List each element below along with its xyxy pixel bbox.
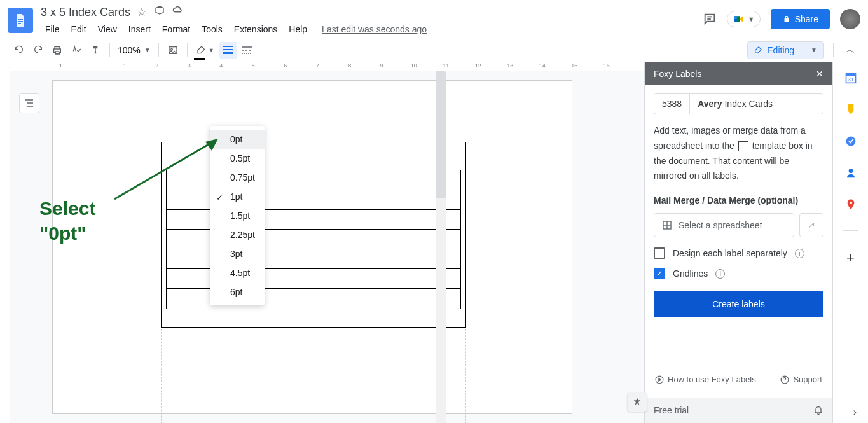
svg-line-17: [114, 142, 213, 199]
zoom-selector[interactable]: 100%▼: [115, 45, 153, 55]
dropdown-option-1-5pt[interactable]: 1.5pt: [210, 206, 265, 225]
svg-point-7: [170, 48, 172, 50]
comments-icon[interactable]: [703, 12, 717, 26]
page-margin-guide: [161, 329, 466, 423]
insert-image-button[interactable]: [164, 42, 182, 59]
add-addons-button[interactable]: +: [846, 250, 855, 267]
last-edit-link[interactable]: Last edit was seconds ago: [322, 24, 427, 34]
outline-button[interactable]: [19, 93, 39, 113]
menu-tools[interactable]: Tools: [197, 22, 227, 37]
dropdown-option-6pt[interactable]: 6pt: [210, 282, 265, 302]
collapse-toolbar-button[interactable]: ︿: [843, 41, 858, 59]
menu-edit[interactable]: Edit: [67, 22, 91, 37]
redo-button[interactable]: [29, 42, 47, 59]
howto-link[interactable]: How to use Foxy Labels: [655, 375, 756, 384]
mail-merge-heading: Mail Merge / Data Merge (optional): [654, 195, 823, 205]
border-width-button[interactable]: [219, 42, 237, 59]
cloud-status-icon[interactable]: [172, 5, 184, 19]
svg-rect-26: [846, 73, 855, 76]
design-separately-label: Design each label separately: [673, 248, 787, 258]
menu-insert[interactable]: Insert: [124, 22, 155, 37]
template-box-icon: [738, 141, 748, 151]
side-rail: 31 +: [832, 62, 868, 423]
user-avatar[interactable]: [840, 9, 860, 29]
document-page[interactable]: [52, 80, 572, 414]
move-icon[interactable]: [155, 5, 165, 19]
svg-point-29: [848, 169, 853, 173]
collapse-rail-button[interactable]: ›: [853, 406, 857, 418]
svg-rect-10: [223, 52, 233, 54]
undo-button[interactable]: [10, 42, 28, 59]
document-canvas[interactable]: 1 1 2 3 4 5 6 7 8 9 10 11 12 13 14 15 16: [0, 62, 644, 423]
create-labels-button[interactable]: Create labels: [654, 291, 823, 317]
foxy-labels-panel: Foxy Labels ✕ 5388 Avery Index Cards Add…: [644, 62, 832, 423]
dropdown-option-2-25pt[interactable]: 2.25pt: [210, 225, 265, 244]
scrollbar-thumb[interactable]: [436, 71, 446, 198]
svg-rect-0: [18, 19, 23, 20]
panel-description: Add text, images or merge data from a sp…: [654, 123, 823, 184]
border-color-button[interactable]: ▼: [193, 42, 218, 59]
keep-icon[interactable]: [844, 103, 857, 116]
paint-format-button[interactable]: [86, 42, 104, 59]
spellcheck-button[interactable]: [67, 42, 85, 59]
app-header: 3 x 5 Index Cards ☆ File Edit View Inser…: [0, 0, 868, 38]
menu-format[interactable]: Format: [158, 22, 195, 37]
tasks-icon[interactable]: [844, 135, 857, 148]
svg-rect-9: [223, 49, 233, 50]
template-number: 5388: [654, 94, 690, 114]
horizontal-ruler[interactable]: 1 1 2 3 4 5 6 7 8 9 10 11 12 13 14 15 16: [0, 62, 644, 71]
menu-help[interactable]: Help: [284, 22, 312, 37]
trial-label: Free trial: [654, 405, 689, 415]
notifications-icon[interactable]: [813, 405, 823, 415]
close-icon[interactable]: ✕: [816, 69, 823, 79]
svg-rect-1: [18, 21, 23, 22]
design-separately-checkbox[interactable]: [654, 247, 665, 259]
contacts-icon[interactable]: [844, 167, 857, 179]
open-spreadsheet-button[interactable]: [799, 213, 823, 237]
svg-rect-8: [223, 46, 233, 47]
share-button[interactable]: Share: [771, 9, 830, 29]
maps-icon[interactable]: [844, 198, 857, 211]
info-icon[interactable]: i: [795, 249, 804, 258]
svg-rect-2: [18, 23, 21, 24]
menu-extensions[interactable]: Extensions: [230, 22, 282, 37]
menu-bar: File Edit View Insert Format Tools Exten…: [41, 22, 703, 37]
dropdown-option-3pt[interactable]: 3pt: [210, 244, 265, 263]
calendar-icon[interactable]: 31: [844, 71, 857, 84]
template-name: Avery Index Cards: [690, 94, 780, 114]
vertical-ruler[interactable]: [0, 71, 10, 423]
svg-point-30: [850, 202, 852, 204]
document-title[interactable]: 3 x 5 Index Cards: [41, 6, 130, 19]
toolbar: 100%▼ ▼ Editing ▼ ︿: [0, 38, 868, 62]
select-spreadsheet-button[interactable]: Select a spreadsheet: [654, 213, 794, 237]
annotation-arrow: [111, 135, 223, 202]
annotation-text: Select "0pt": [39, 196, 95, 246]
print-button[interactable]: [48, 42, 66, 59]
menu-file[interactable]: File: [41, 22, 64, 37]
svg-text:31: 31: [848, 76, 854, 83]
svg-rect-5: [784, 18, 789, 22]
info-icon[interactable]: i: [715, 269, 725, 279]
meet-button[interactable]: ▼: [727, 11, 761, 27]
explore-button[interactable]: [628, 392, 647, 412]
gridlines-label: Gridlines: [673, 268, 708, 279]
support-link[interactable]: Support: [780, 375, 822, 384]
gridlines-checkbox[interactable]: ✓: [654, 268, 665, 279]
share-label: Share: [795, 14, 818, 24]
docs-logo[interactable]: [8, 8, 33, 33]
dropdown-option-4-5pt[interactable]: 4.5pt: [210, 263, 265, 282]
editing-mode-button[interactable]: Editing ▼: [747, 41, 824, 59]
border-dash-button[interactable]: [238, 42, 256, 59]
panel-title: Foxy Labels: [654, 69, 701, 79]
vertical-scrollbar[interactable]: [436, 71, 446, 423]
svg-marker-23: [659, 378, 661, 381]
template-selector[interactable]: 5388 Avery Index Cards: [654, 93, 823, 114]
menu-view[interactable]: View: [93, 22, 121, 37]
panel-footer: Free trial: [645, 398, 832, 423]
star-icon[interactable]: ☆: [137, 5, 147, 19]
